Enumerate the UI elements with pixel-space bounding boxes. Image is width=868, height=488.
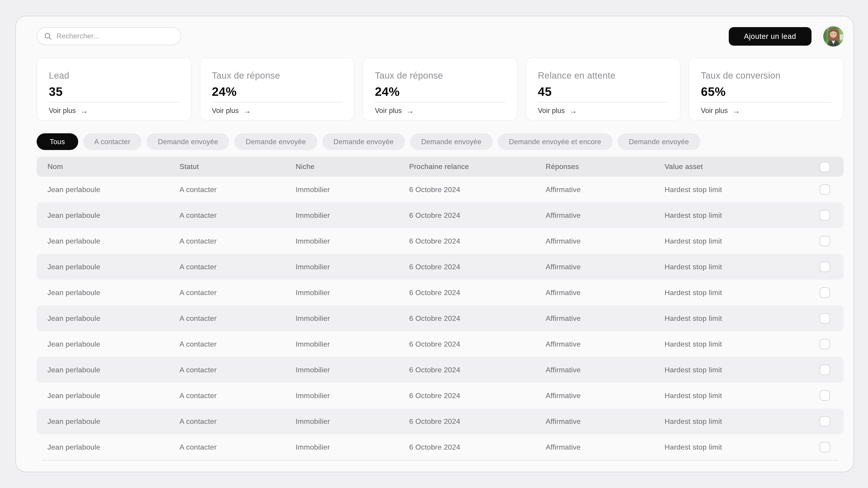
cell-value: Hardest stop limit <box>664 289 819 297</box>
cell-statut: A contacter <box>180 314 296 322</box>
search-box[interactable] <box>37 27 181 45</box>
row-checkbox[interactable] <box>819 262 830 272</box>
cell-niche: Immobilier <box>296 263 409 271</box>
row-checkbox[interactable] <box>819 365 830 375</box>
cell-relance: 6 Octobre 2024 <box>409 392 546 400</box>
stat-title: Taux de réponse <box>212 70 342 81</box>
select-all-checkbox[interactable] <box>819 162 830 172</box>
arrow-right-icon: → <box>243 107 251 115</box>
filter-pill[interactable]: Demande envoyée <box>322 133 405 150</box>
table-row[interactable]: Jean perlaboule A contacter Immobilier 6… <box>37 331 844 357</box>
cell-niche: Immobilier <box>296 340 409 348</box>
cell-reponses: Affirmative <box>546 186 664 194</box>
card-divider <box>49 102 179 103</box>
table-row[interactable]: Jean perlaboule A contacter Immobilier 6… <box>37 383 844 409</box>
page: Ajouter un lead <box>0 0 868 488</box>
search-input[interactable] <box>57 32 174 40</box>
row-checkbox[interactable] <box>819 416 830 427</box>
voir-plus-label: Voir plus <box>49 107 76 115</box>
voir-plus-link[interactable]: Voir plus → <box>701 107 740 115</box>
column-header-nom: Nom <box>48 163 180 171</box>
cell-reponses: Affirmative <box>546 237 664 245</box>
filter-pill[interactable]: Demande envoyée <box>618 133 700 150</box>
cell-niche: Immobilier <box>296 237 409 245</box>
filter-pill[interactable]: Demande envoyée <box>235 133 317 150</box>
voir-plus-label: Voir plus <box>538 107 565 115</box>
stat-card: Relance en attente 45 Voir plus → <box>526 57 681 121</box>
cell-relance: 6 Octobre 2024 <box>409 263 546 271</box>
cell-statut: A contacter <box>180 263 296 271</box>
cell-nom: Jean perlaboule <box>48 392 180 400</box>
stat-card: Taux de conversion 65% Voir plus → <box>689 57 844 121</box>
cell-statut: A contacter <box>180 417 296 425</box>
filter-pill[interactable]: Demande envoyée <box>147 133 229 150</box>
card-divider <box>538 102 669 103</box>
voir-plus-link[interactable]: Voir plus → <box>375 107 414 115</box>
cell-value: Hardest stop limit <box>664 417 819 425</box>
add-lead-button[interactable]: Ajouter un lead <box>728 27 811 45</box>
cell-relance: 6 Octobre 2024 <box>409 417 546 425</box>
cell-relance: 6 Octobre 2024 <box>409 366 546 374</box>
row-checkbox[interactable] <box>819 313 830 324</box>
column-header-niche: Niche <box>296 163 409 171</box>
stat-title: Taux de conversion <box>701 70 831 81</box>
table-header: Nom Statut Niche Prochaine relance Répon… <box>37 157 844 177</box>
cell-relance: 6 Octobre 2024 <box>409 289 546 297</box>
cell-reponses: Affirmative <box>546 443 664 451</box>
voir-plus-link[interactable]: Voir plus → <box>538 107 577 115</box>
voir-plus-link[interactable]: Voir plus → <box>49 107 88 115</box>
cell-nom: Jean perlaboule <box>48 366 180 374</box>
table-row[interactable]: Jean perlaboule A contacter Immobilier 6… <box>37 177 844 202</box>
column-header-value: Value asset <box>664 163 819 171</box>
filter-pill[interactable]: A contacter <box>83 133 142 150</box>
stat-card: Taux de réponse 24% Voir plus → <box>199 57 354 121</box>
row-checkbox[interactable] <box>819 236 830 246</box>
cell-nom: Jean perlaboule <box>48 186 180 194</box>
filter-pill[interactable]: Demande envoyée et encore <box>498 133 613 150</box>
cell-reponses: Affirmative <box>546 314 664 322</box>
user-avatar[interactable] <box>823 26 844 46</box>
table-body: Jean perlaboule A contacter Immobilier 6… <box>37 177 844 460</box>
table-row[interactable]: Jean perlaboule A contacter Immobilier 6… <box>37 357 844 383</box>
cell-niche: Immobilier <box>296 392 409 400</box>
search-icon <box>44 32 52 40</box>
row-checkbox[interactable] <box>819 184 830 195</box>
filter-pill[interactable]: Demande envoyée <box>410 133 493 150</box>
row-checkbox[interactable] <box>819 210 830 221</box>
cell-value: Hardest stop limit <box>664 314 819 322</box>
table-row[interactable]: Jean perlaboule A contacter Immobilier 6… <box>37 409 844 434</box>
stat-title: Taux de réponse <box>375 70 505 81</box>
cell-value: Hardest stop limit <box>664 340 819 348</box>
cell-statut: A contacter <box>180 211 296 219</box>
table-row[interactable]: Jean perlaboule A contacter Immobilier 6… <box>37 228 844 254</box>
cell-relance: 6 Octobre 2024 <box>409 314 546 322</box>
cell-nom: Jean perlaboule <box>48 237 180 245</box>
cell-nom: Jean perlaboule <box>48 443 180 451</box>
table-row[interactable]: Jean perlaboule A contacter Immobilier 6… <box>37 434 844 460</box>
table-row[interactable]: Jean perlaboule A contacter Immobilier 6… <box>37 280 844 305</box>
cell-value: Hardest stop limit <box>664 186 819 194</box>
row-checkbox[interactable] <box>819 442 830 452</box>
filter-pill[interactable]: Tous <box>37 133 78 150</box>
stat-value: 24% <box>212 85 342 99</box>
cell-statut: A contacter <box>180 289 296 297</box>
cell-relance: 6 Octobre 2024 <box>409 186 546 194</box>
table-row[interactable]: Jean perlaboule A contacter Immobilier 6… <box>37 305 844 331</box>
cell-nom: Jean perlaboule <box>48 340 180 348</box>
cell-statut: A contacter <box>180 340 296 348</box>
cell-relance: 6 Octobre 2024 <box>409 443 546 451</box>
stat-value: 24% <box>375 85 505 99</box>
cell-nom: Jean perlaboule <box>48 211 180 219</box>
cell-reponses: Affirmative <box>546 417 664 425</box>
cell-nom: Jean perlaboule <box>48 263 180 271</box>
row-checkbox[interactable] <box>819 287 830 298</box>
table-row[interactable]: Jean perlaboule A contacter Immobilier 6… <box>37 254 844 280</box>
row-checkbox[interactable] <box>819 339 830 349</box>
table-row[interactable]: Jean perlaboule A contacter Immobilier 6… <box>37 202 844 228</box>
cell-reponses: Affirmative <box>546 263 664 271</box>
cell-relance: 6 Octobre 2024 <box>409 340 546 348</box>
cell-statut: A contacter <box>180 237 296 245</box>
row-checkbox[interactable] <box>819 390 830 401</box>
stat-title: Relance en attente <box>538 70 669 81</box>
voir-plus-link[interactable]: Voir plus → <box>212 107 251 115</box>
